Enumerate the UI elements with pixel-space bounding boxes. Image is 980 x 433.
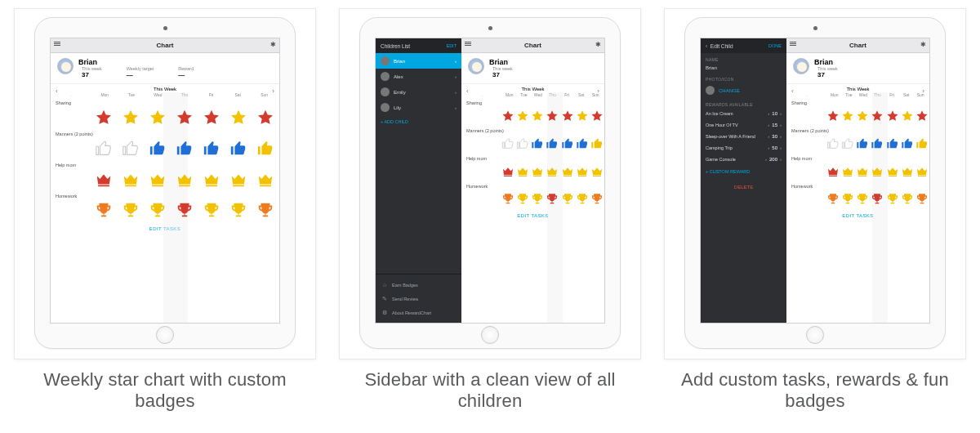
thumb-icon[interactable] (176, 140, 194, 158)
trophy-icon[interactable] (149, 202, 167, 220)
crown-icon[interactable] (901, 165, 914, 178)
star-icon[interactable] (501, 109, 514, 123)
crown-icon[interactable] (501, 165, 514, 178)
crown-icon[interactable] (203, 171, 220, 189)
thumb-icon[interactable] (531, 137, 544, 150)
thumb-icon[interactable] (886, 137, 899, 150)
sidebar-item-child[interactable]: Lily› (376, 100, 461, 115)
crown-icon[interactable] (576, 165, 589, 178)
trophy-icon[interactable] (590, 193, 604, 206)
star-icon[interactable] (576, 109, 589, 123)
crown-icon[interactable] (256, 171, 274, 189)
crown-icon[interactable] (95, 171, 113, 189)
star-icon[interactable] (516, 109, 529, 123)
star-icon[interactable] (826, 109, 840, 123)
add-reward-link[interactable]: + CUSTOM REWARD (701, 165, 786, 178)
crown-icon[interactable] (856, 165, 869, 178)
star-icon[interactable] (561, 109, 574, 123)
thumb-icon[interactable] (256, 140, 274, 158)
thumb-icon[interactable] (516, 137, 529, 150)
delete-child-button[interactable]: DELETE (701, 178, 786, 196)
star-icon[interactable] (886, 109, 899, 123)
trophy-icon[interactable] (886, 193, 899, 206)
crown-icon[interactable] (561, 165, 574, 178)
crown-icon[interactable] (841, 165, 854, 178)
trophy-icon[interactable] (915, 193, 929, 206)
thumb-icon[interactable] (590, 137, 604, 150)
star-icon[interactable] (856, 109, 869, 123)
crown-icon[interactable] (149, 171, 167, 189)
thumb-icon[interactable] (561, 137, 574, 150)
home-button[interactable] (156, 326, 174, 344)
star-icon[interactable] (203, 109, 220, 127)
star-icon[interactable] (546, 109, 559, 123)
avatar[interactable] (468, 58, 484, 74)
crown-icon[interactable] (871, 165, 884, 178)
thumb-icon[interactable] (229, 140, 247, 158)
change-photo[interactable]: CHANGE (701, 83, 786, 98)
crown-icon[interactable] (590, 165, 604, 178)
trophy-icon[interactable] (561, 193, 574, 206)
reward-row[interactable]: Camping Trip‹50› (701, 142, 786, 154)
avatar[interactable] (57, 58, 74, 74)
sidebar-item-child[interactable]: Brian› (376, 53, 461, 69)
trophy-icon[interactable] (546, 193, 559, 206)
star-icon[interactable] (915, 109, 929, 123)
star-icon[interactable] (531, 109, 544, 123)
star-icon[interactable] (871, 109, 884, 123)
star-icon[interactable] (841, 109, 854, 123)
trophy-icon[interactable] (229, 202, 247, 220)
star-icon[interactable] (256, 109, 274, 127)
crown-icon[interactable] (886, 165, 899, 178)
crown-icon[interactable] (546, 165, 559, 178)
thumb-icon[interactable] (576, 137, 589, 150)
star-icon[interactable] (122, 109, 140, 127)
crown-icon[interactable] (516, 165, 529, 178)
thumb-icon[interactable] (95, 140, 113, 158)
reward-row[interactable]: Sleep-over With A Friend‹30› (701, 131, 786, 142)
menu-icon[interactable] (465, 42, 471, 46)
home-button[interactable] (806, 326, 824, 344)
trophy-icon[interactable] (256, 202, 274, 220)
trophy-icon[interactable] (841, 193, 854, 206)
thumb-icon[interactable] (203, 140, 220, 158)
thumb-icon[interactable] (915, 137, 929, 150)
crown-icon[interactable] (176, 171, 194, 189)
crown-icon[interactable] (826, 165, 840, 178)
trophy-icon[interactable] (516, 193, 529, 206)
star-icon[interactable] (901, 109, 914, 123)
menu-icon[interactable] (54, 42, 60, 46)
thumb-icon[interactable] (856, 137, 869, 150)
crown-icon[interactable] (531, 165, 544, 178)
name-field[interactable]: Brian (701, 63, 786, 73)
thumb-icon[interactable] (501, 137, 514, 150)
crown-icon[interactable] (915, 165, 929, 178)
star-icon[interactable] (149, 109, 167, 127)
star-icon[interactable] (590, 109, 604, 123)
thumb-icon[interactable] (841, 137, 854, 150)
trophy-icon[interactable] (871, 193, 884, 206)
sidebar-item-child[interactable]: Emily› (376, 84, 461, 100)
sidebar-footer-item[interactable]: ⚙About RewardChart (376, 306, 461, 319)
settings-icon[interactable]: ✱ (595, 41, 601, 48)
trophy-icon[interactable] (95, 202, 113, 220)
thumb-icon[interactable] (871, 137, 884, 150)
trophy-icon[interactable] (826, 193, 840, 206)
star-icon[interactable] (229, 109, 247, 127)
crown-icon[interactable] (122, 171, 140, 189)
thumb-icon[interactable] (149, 140, 167, 158)
trophy-icon[interactable] (531, 193, 544, 206)
reward-row[interactable]: One Hour Of TV‹15› (701, 119, 786, 131)
sidebar-footer-item[interactable]: ✎Send Review (376, 292, 461, 306)
trophy-icon[interactable] (176, 202, 194, 220)
sidebar-edit-link[interactable]: EDIT (446, 43, 457, 48)
reward-row[interactable]: Game Console‹200› (701, 154, 786, 165)
thumb-icon[interactable] (826, 137, 840, 150)
settings-icon[interactable]: ✱ (270, 41, 276, 48)
thumb-icon[interactable] (122, 140, 140, 158)
add-child-link[interactable]: + ADD CHILD (376, 115, 461, 128)
back-icon[interactable]: ‹ (706, 43, 707, 49)
done-link[interactable]: DONE (768, 43, 782, 48)
trophy-icon[interactable] (122, 202, 140, 220)
thumb-icon[interactable] (546, 137, 559, 150)
